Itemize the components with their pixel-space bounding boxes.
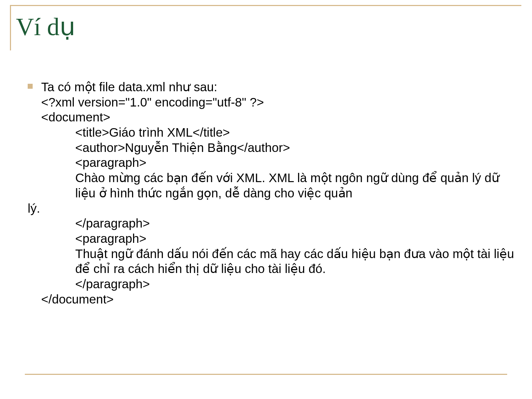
code-line: Chào mừng các bạn đến với XML. XML là mộ… xyxy=(41,170,518,201)
slide-content: Ta có một file data.xml như sau: <?xml v… xyxy=(28,80,518,307)
code-line: <document> xyxy=(41,110,518,125)
code-line: </document> xyxy=(41,292,518,307)
code-line: <title>Giáo trình XML</title> xyxy=(41,125,518,140)
code-line: </paragraph> xyxy=(41,216,518,231)
slide-title: Ví dụ xyxy=(16,12,75,41)
code-line: </paragraph> xyxy=(41,277,518,292)
square-bullet-icon xyxy=(28,84,33,89)
lead-text: Ta có một file data.xml như sau: xyxy=(41,80,518,95)
code-line: <?xml version="1.0" encoding="utf-8" ?> xyxy=(41,95,518,110)
code-line: lý. xyxy=(28,201,518,216)
code-line: <paragraph> xyxy=(41,155,518,170)
bullet-body: Ta có một file data.xml như sau: <?xml v… xyxy=(41,80,518,307)
code-line: Thuật ngữ đánh dấu nói đến các mã hay cá… xyxy=(41,246,518,277)
left-border-rule xyxy=(10,5,11,50)
slide: Ví dụ Ta có một file data.xml như sau: <… xyxy=(0,0,532,399)
code-line: <author>Nguyễn Thiện Bằng</author> xyxy=(41,140,518,155)
code-line: <paragraph> xyxy=(41,231,518,246)
top-border-rule xyxy=(10,5,521,6)
bullet-item: Ta có một file data.xml như sau: <?xml v… xyxy=(28,80,518,307)
bottom-border-rule xyxy=(25,374,507,375)
